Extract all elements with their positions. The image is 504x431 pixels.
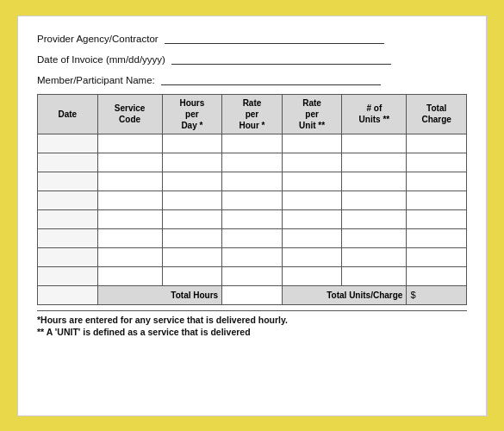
date-label: Date of Invoice (mm/dd/yyyy): [37, 54, 165, 65]
footer-dollar: $: [407, 285, 467, 304]
table-row: [38, 247, 467, 266]
date-input-line: [171, 53, 391, 65]
cell-service-code: [97, 134, 162, 153]
header-rate-per-hour: RateperHour *: [222, 94, 283, 134]
footer-notes: *Hours are entered for any service that …: [37, 310, 467, 337]
note-line-1-text: *Hours are entered for any service that …: [37, 315, 288, 325]
cell-num-units: [342, 191, 407, 209]
cell-hours: [162, 209, 222, 228]
table-row: [38, 209, 467, 228]
member-input-line: [161, 73, 381, 85]
cell-hours: [162, 153, 222, 172]
cell-num-units: [342, 266, 407, 285]
cell-rate-hour: [222, 134, 283, 153]
table-row: [38, 266, 467, 285]
cell-total: [407, 228, 467, 247]
date-field-row: Date of Invoice (mm/dd/yyyy): [37, 53, 467, 65]
cell-service-code: [97, 247, 162, 266]
cell-date: [38, 191, 98, 209]
note-line-2-text: ** A 'UNIT' is defined as a service that…: [37, 327, 251, 337]
cell-total: [407, 209, 467, 228]
footer-hours-value: [222, 285, 283, 304]
cell-date: [38, 247, 98, 266]
provider-input-line: [165, 32, 384, 44]
header-rate-per-unit: RateperUnit **: [282, 94, 342, 134]
cell-rate-hour: [222, 228, 283, 247]
table-row: [38, 191, 467, 209]
cell-hours: [162, 266, 222, 285]
cell-service-code: [97, 228, 162, 247]
invoice-page: Provider Agency/Contractor Date of Invoi…: [17, 16, 487, 416]
cell-service-code: [97, 266, 162, 285]
header-date: Date: [38, 94, 98, 134]
footer-total-units-label: Total Units/Charge: [282, 285, 407, 304]
cell-date: [38, 266, 98, 285]
cell-date: [38, 172, 98, 191]
cell-rate-hour: [222, 172, 283, 191]
cell-rate-hour: [222, 266, 283, 285]
cell-rate-hour: [222, 247, 283, 266]
table-row: [38, 172, 467, 191]
header-service-code: ServiceCode: [97, 94, 162, 134]
cell-hours: [162, 228, 222, 247]
table-row: [38, 228, 467, 247]
cell-rate-unit: [282, 266, 342, 285]
cell-rate-unit: [282, 228, 342, 247]
cell-rate-unit: [282, 191, 342, 209]
cell-date: [38, 153, 98, 172]
header-total-charge: TotalCharge: [407, 94, 467, 134]
header-hours-per-day: HoursperDay *: [162, 94, 222, 134]
cell-num-units: [342, 172, 407, 191]
cell-rate-hour: [222, 153, 283, 172]
member-label: Member/Participant Name:: [37, 75, 155, 85]
cell-service-code: [97, 191, 162, 209]
table-footer-row: Total Hours Total Units/Charge $: [38, 285, 467, 304]
cell-service-code: [97, 153, 162, 172]
note-line-2: ** A 'UNIT' is defined as a service that…: [37, 327, 467, 337]
invoice-table: Date ServiceCode HoursperDay * RateperHo…: [37, 94, 467, 305]
footer-date-empty: [38, 285, 98, 304]
cell-num-units: [342, 209, 407, 228]
cell-hours: [162, 247, 222, 266]
cell-total: [407, 172, 467, 191]
cell-rate-hour: [222, 209, 283, 228]
header-num-units: # ofUnits **: [342, 94, 407, 134]
cell-rate-hour: [222, 191, 283, 209]
note-line-1: *Hours are entered for any service that …: [37, 315, 467, 325]
cell-total: [407, 153, 467, 172]
cell-hours: [162, 134, 222, 153]
cell-total: [407, 266, 467, 285]
provider-label: Provider Agency/Contractor: [37, 34, 159, 44]
cell-rate-unit: [282, 153, 342, 172]
footer-total-hours-label: Total Hours: [97, 285, 222, 304]
cell-hours: [162, 191, 222, 209]
table-row: [38, 134, 467, 153]
cell-date: [38, 228, 98, 247]
cell-date: [38, 134, 98, 153]
cell-rate-unit: [282, 209, 342, 228]
cell-num-units: [342, 247, 407, 266]
cell-hours: [162, 172, 222, 191]
cell-rate-unit: [282, 247, 342, 266]
cell-total: [407, 247, 467, 266]
cell-service-code: [97, 209, 162, 228]
cell-num-units: [342, 134, 407, 153]
member-field-row: Member/Participant Name:: [37, 73, 467, 85]
provider-field-row: Provider Agency/Contractor: [37, 32, 467, 44]
cell-num-units: [342, 228, 407, 247]
cell-service-code: [97, 172, 162, 191]
cell-rate-unit: [282, 172, 342, 191]
cell-rate-unit: [282, 134, 342, 153]
cell-total: [407, 134, 467, 153]
cell-num-units: [342, 153, 407, 172]
table-row: [38, 153, 467, 172]
cell-date: [38, 209, 98, 228]
cell-total: [407, 191, 467, 209]
